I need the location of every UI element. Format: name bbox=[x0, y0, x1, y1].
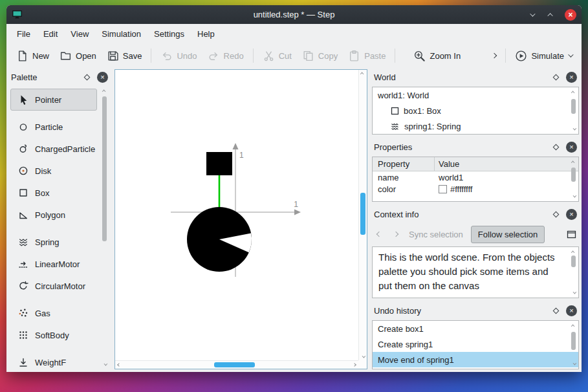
redo-icon bbox=[208, 50, 220, 62]
scrollbar-thumb[interactable] bbox=[571, 99, 576, 114]
world-scrollbar[interactable] bbox=[569, 89, 578, 133]
scroll-up-arrow[interactable] bbox=[572, 248, 575, 255]
float-panel-button[interactable] bbox=[550, 142, 561, 153]
open-button[interactable]: Open bbox=[55, 47, 101, 65]
palette-item-weightforce[interactable]: WeightF bbox=[10, 351, 97, 369]
palette-header[interactable]: Palette × bbox=[9, 69, 110, 85]
detach-button[interactable] bbox=[566, 229, 577, 240]
column-header-value[interactable]: Value bbox=[435, 159, 459, 169]
palette-item-box[interactable]: Box bbox=[10, 182, 97, 204]
menu-help[interactable]: Help bbox=[191, 26, 221, 42]
undo-item-create-spring1[interactable]: Create spring1 bbox=[373, 336, 578, 352]
scroll-down-arrow[interactable] bbox=[572, 193, 575, 200]
desktop-wallpaper: untitled.step * — Step × File Edit View … bbox=[0, 0, 588, 392]
scrollbar-thumb[interactable] bbox=[571, 256, 576, 267]
palette-item-disk[interactable]: Disk bbox=[10, 160, 97, 182]
palette-scrollbar[interactable] bbox=[100, 87, 109, 368]
spring-icon bbox=[391, 122, 400, 130]
scrollbar-thumb[interactable] bbox=[360, 193, 365, 234]
scrollbar-thumb[interactable] bbox=[571, 332, 576, 350]
float-panel-button[interactable] bbox=[82, 72, 93, 83]
tree-item-box1[interactable]: box1: Box bbox=[373, 103, 578, 118]
scrollbar-thumb[interactable] bbox=[214, 362, 255, 367]
cut-icon bbox=[263, 50, 275, 62]
close-panel-button[interactable]: × bbox=[97, 72, 108, 83]
menu-edit[interactable]: Edit bbox=[37, 26, 64, 42]
close-icon: × bbox=[569, 307, 573, 314]
menu-simulation[interactable]: Simulation bbox=[95, 26, 147, 42]
menu-file[interactable]: File bbox=[10, 26, 37, 42]
scroll-up-arrow[interactable] bbox=[103, 87, 106, 94]
palette-item-linearmotor[interactable]: LinearMotor bbox=[10, 253, 97, 275]
palette-item-chargedparticle[interactable]: ChargedParticle bbox=[10, 138, 97, 160]
maximize-button[interactable] bbox=[545, 9, 557, 21]
scroll-up-arrow[interactable] bbox=[572, 89, 575, 95]
menu-settings[interactable]: Settings bbox=[147, 26, 191, 42]
close-panel-button[interactable]: × bbox=[566, 72, 577, 83]
tree-item-spring1[interactable]: spring1: Spring bbox=[373, 118, 578, 134]
float-panel-button[interactable] bbox=[550, 209, 561, 220]
panel-title: Palette bbox=[11, 72, 37, 82]
undo-scrollbar[interactable] bbox=[569, 322, 578, 367]
scroll-down-arrow[interactable] bbox=[103, 362, 106, 368]
palette-item-gas[interactable]: Gas bbox=[10, 302, 97, 324]
scroll-down-arrow[interactable] bbox=[572, 126, 575, 133]
palette-item-softbody[interactable]: SoftBody bbox=[10, 324, 97, 346]
close-panel-button[interactable]: × bbox=[566, 209, 577, 220]
new-button[interactable]: New bbox=[12, 47, 54, 65]
simulate-button[interactable]: Simulate bbox=[510, 47, 576, 65]
undo-icon bbox=[160, 50, 173, 62]
palette-item-spring[interactable]: Spring bbox=[10, 231, 97, 253]
palette-item-polygon[interactable]: Polygon bbox=[10, 204, 97, 226]
canvas-vertical-scrollbar[interactable] bbox=[358, 70, 367, 360]
canvas-horizontal-scrollbar[interactable] bbox=[115, 360, 358, 369]
close-button[interactable]: × bbox=[565, 9, 576, 21]
properties-panel-header[interactable]: Properties × bbox=[372, 139, 579, 155]
context-panel-header[interactable]: Context info × bbox=[372, 206, 579, 222]
world-panel-header[interactable]: World × bbox=[372, 69, 579, 85]
palette-item-circularmotor[interactable]: CircularMotor bbox=[10, 275, 97, 297]
undo-item-move-end-of-spring1-selected[interactable]: Move end of spring1 bbox=[373, 352, 578, 367]
scroll-down-arrow[interactable] bbox=[572, 290, 575, 296]
close-panel-button[interactable]: × bbox=[566, 142, 577, 153]
copy-button[interactable]: Copy bbox=[298, 47, 342, 65]
undo-item-create-box1[interactable]: Create box1 bbox=[373, 321, 578, 336]
tree-item-world1[interactable]: world1: World bbox=[373, 87, 578, 103]
float-panel-button[interactable] bbox=[550, 72, 561, 83]
toolbar-extension-button[interactable] bbox=[488, 50, 501, 61]
scrollbar-thumb[interactable] bbox=[102, 96, 107, 241]
close-panel-button[interactable]: × bbox=[566, 305, 577, 316]
properties-scrollbar[interactable] bbox=[569, 158, 578, 200]
forward-button[interactable] bbox=[391, 232, 401, 236]
paste-button[interactable]: Paste bbox=[343, 47, 390, 65]
minimize-button[interactable] bbox=[526, 9, 538, 21]
cut-button[interactable]: Cut bbox=[258, 47, 296, 65]
palette-item-particle[interactable]: Particle bbox=[10, 116, 97, 138]
box1-object[interactable] bbox=[206, 152, 232, 175]
titlebar[interactable]: untitled.step * — Step × bbox=[6, 5, 582, 24]
sync-selection-button[interactable]: Sync selection bbox=[408, 227, 464, 242]
scroll-up-arrow[interactable] bbox=[362, 70, 364, 76]
zoom-in-button[interactable]: Zoom In bbox=[409, 47, 465, 65]
redo-button[interactable]: Redo bbox=[203, 47, 248, 65]
scroll-down-arrow[interactable] bbox=[362, 354, 364, 360]
property-row-name[interactable]: name world1 bbox=[373, 171, 578, 183]
menu-view[interactable]: View bbox=[64, 26, 95, 42]
undo-button[interactable]: Undo bbox=[156, 47, 201, 65]
float-panel-button[interactable] bbox=[550, 305, 561, 316]
scroll-up-arrow[interactable] bbox=[572, 322, 575, 329]
scroll-up-arrow[interactable] bbox=[572, 158, 575, 165]
follow-selection-button[interactable]: Follow selection bbox=[471, 226, 545, 243]
scroll-right-arrow[interactable] bbox=[351, 361, 358, 369]
scroll-left-arrow[interactable] bbox=[115, 361, 123, 369]
scrollbar-thumb[interactable] bbox=[571, 168, 576, 182]
property-row-color[interactable]: color #ffffffff bbox=[373, 183, 578, 195]
context-scrollbar[interactable] bbox=[569, 248, 578, 296]
world-canvas[interactable]: 1 1 bbox=[114, 69, 367, 369]
scroll-down-arrow[interactable] bbox=[572, 361, 575, 367]
back-button[interactable] bbox=[374, 232, 384, 236]
save-button[interactable]: Save bbox=[102, 47, 147, 65]
column-header-property[interactable]: Property bbox=[373, 157, 435, 171]
palette-item-pointer[interactable]: Pointer bbox=[10, 89, 97, 111]
undo-panel-header[interactable]: Undo history × bbox=[372, 303, 579, 318]
